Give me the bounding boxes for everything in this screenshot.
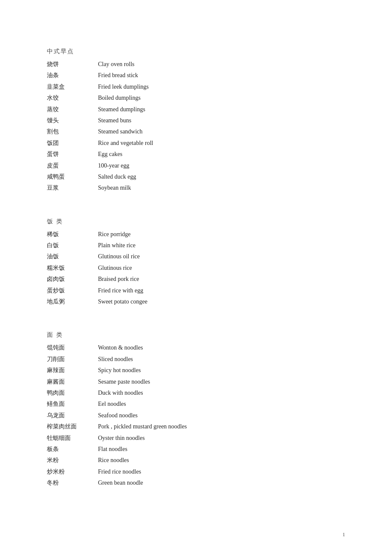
menu-item-chinese: 水饺 [47,92,89,104]
menu-item-english: Steamed dumplings [89,104,345,115]
menu-item-english: Rice and vegetable roll [89,138,345,149]
menu-item-english: Flat noodles [89,444,345,455]
menu-item-chinese: 炒米粉 [47,466,89,477]
menu-row: 咸鸭蛋 Salted duck egg [47,171,345,182]
menu-item-english: Rice noodles [89,455,345,466]
menu-item-english: Eel noodles [89,399,345,410]
menu-item-chinese: 油条 [47,70,89,81]
menu-row: 炒米粉 Fried rice noodles [47,466,345,477]
menu-row: 牡蛎细面 Oyster thin noodles [47,433,345,444]
menu-item-chinese: 馄饨面 [47,342,89,353]
menu-item-english: Wonton & noodles [89,342,345,353]
menu-row: 稀饭Rice porridge [47,229,345,240]
menu-item-english: Soybean milk [89,182,345,194]
menu-item-english: Fried rice noodles [89,466,345,477]
menu-row: 鸭肉面Duck with noodles [47,387,345,399]
menu-item-english: Fried rice with egg [89,285,345,296]
menu-item-chinese: 饭团 [47,138,89,149]
menu-item-chinese: 卤肉饭 [47,274,89,285]
menu-item-chinese: 刀削面 [47,354,89,365]
menu-item-english: Steamed buns [89,115,345,126]
menu-item-english: Boiled dumplings [89,92,345,104]
menu-row: 鳝鱼面Eel noodles [47,399,345,410]
menu-table-noodle-dishes: 馄饨面Wonton & noodles刀削面Sliced noodles麻辣面S… [47,342,345,489]
menu-item-chinese: 米粉 [47,455,89,466]
menu-item-english: Fried leek dumplings [89,81,345,92]
page: 中式早点烧饼Clay oven rolls油条Fried bread stick… [0,0,392,516]
menu-item-english: Pork , pickled mustard green noodles [89,421,345,432]
menu-item-chinese: 冬粉 [47,477,89,489]
menu-row: 麻酱面Sesame paste noodles [47,376,345,387]
section-header-chinese-breakfast: 中式早点 [47,48,345,55]
menu-item-english: Glutinous oil rice [89,251,345,262]
menu-item-chinese: 鳝鱼面 [47,399,89,410]
section-header-rice-dishes: 饭 类 [47,218,345,225]
menu-row: 白饭Plain white rice [47,240,345,251]
section-spacer-1 [47,196,345,206]
menu-item-chinese: 豆浆 [47,182,89,194]
menu-item-chinese: 油饭 [47,251,89,262]
menu-item-chinese: 乌龙面 [47,410,89,421]
menu-table-chinese-breakfast: 烧饼Clay oven rolls油条Fried bread stick韭菜盒 … [47,59,345,194]
menu-row: 皮蛋100-year egg [47,160,345,171]
menu-item-english: Oyster thin noodles [89,433,345,444]
menu-row: 油条Fried bread stick [47,70,345,81]
menu-item-english: Plain white rice [89,240,345,251]
menu-item-chinese: 咸鸭蛋 [47,171,89,182]
menu-item-english: Glutinous rice [89,263,345,274]
menu-row: 糯米饭 Glutinous rice [47,263,345,274]
menu-item-chinese: 白饭 [47,240,89,251]
menu-item-english: Duck with noodles [89,387,345,399]
menu-item-chinese: 麻酱面 [47,376,89,387]
menu-row: 水饺Boiled dumplings [47,92,345,104]
menu-item-english: Braised pork rice [89,274,345,285]
menu-item-chinese: 板条 [47,444,89,455]
menu-row: 冬粉Green bean noodle [47,477,345,489]
menu-item-english: Fried bread stick [89,70,345,81]
menu-row: 板条Flat noodles [47,444,345,455]
menu-row: 乌龙面Seafood noodles [47,410,345,421]
menu-item-chinese: 蛋饼 [47,149,89,160]
menu-item-chinese: 地瓜粥 [47,296,89,307]
menu-item-chinese: 鸭肉面 [47,387,89,399]
menu-row: 榨菜肉丝面Pork , pickled mustard green noodle… [47,421,345,432]
menu-item-chinese: 麻辣面 [47,365,89,376]
menu-row: 蛋饼Egg cakes [47,149,345,160]
section-header-noodle-dishes: 面 类 [47,331,345,339]
menu-item-chinese: 蒸饺 [47,104,89,115]
menu-row: 麻辣面Spicy hot noodles [47,365,345,376]
page-number: 1 [343,531,346,538]
menu-item-english: Salted duck egg [89,171,345,182]
menu-row: 卤肉饭Braised pork rice [47,274,345,285]
menu-item-english: Steamed sandwich [89,126,345,137]
menu-item-chinese: 蛋炒饭 [47,285,89,296]
menu-item-english: Egg cakes [89,149,345,160]
section-spacer-2 [47,309,345,319]
menu-row: 烧饼Clay oven rolls [47,59,345,70]
menu-row: 韭菜盒 Fried leek dumplings [47,81,345,92]
menu-row: 割包Steamed sandwich [47,126,345,137]
menu-item-chinese: 馒头 [47,115,89,126]
menu-item-english: Sweet potato congee [89,296,345,307]
menu-item-chinese: 榨菜肉丝面 [47,421,89,432]
menu-row: 米粉Rice noodles [47,455,345,466]
menu-row: 蒸饺Steamed dumplings [47,104,345,115]
menu-item-chinese: 牡蛎细面 [47,433,89,444]
menu-row: 馒头Steamed buns [47,115,345,126]
menu-item-english: Rice porridge [89,229,345,240]
menu-row: 饭团Rice and vegetable roll [47,138,345,149]
menu-item-chinese: 糯米饭 [47,263,89,274]
menu-item-english: Spicy hot noodles [89,365,345,376]
menu-row: 地瓜粥Sweet potato congee [47,296,345,307]
menu-row: 刀削面Sliced noodles [47,354,345,365]
menu-item-chinese: 烧饼 [47,59,89,70]
menu-row: 油饭Glutinous oil rice [47,251,345,262]
menu-item-chinese: 割包 [47,126,89,137]
menu-row: 馄饨面Wonton & noodles [47,342,345,353]
menu-item-english: Sliced noodles [89,354,345,365]
section-spacer-0 [47,26,345,36]
menu-item-english: 100-year egg [89,160,345,171]
menu-item-chinese: 韭菜盒 [47,81,89,92]
menu-row: 蛋炒饭Fried rice with egg [47,285,345,296]
menu-table-rice-dishes: 稀饭Rice porridge白饭Plain white rice油饭Gluti… [47,229,345,308]
